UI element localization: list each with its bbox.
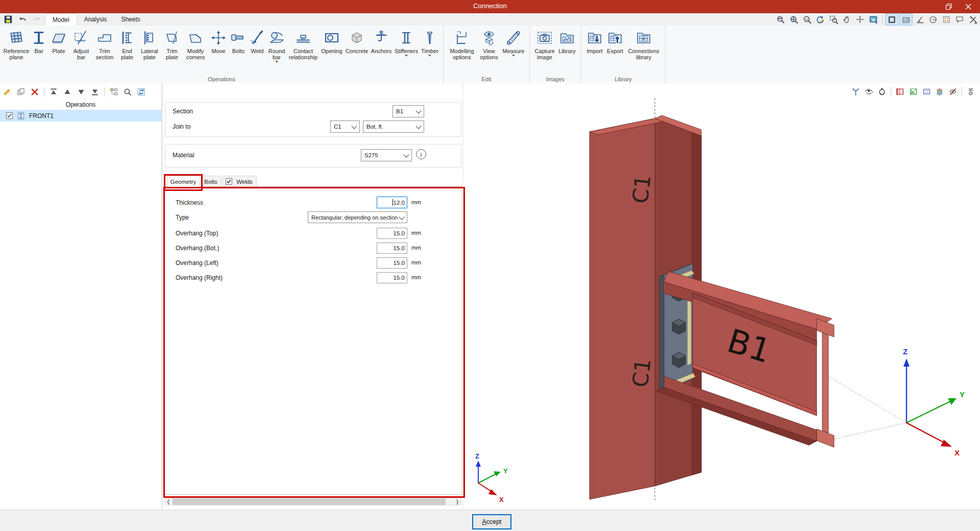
angle-button[interactable] bbox=[914, 14, 926, 25]
tab-analysis[interactable]: Analysis bbox=[77, 13, 114, 26]
snap-button[interactable] bbox=[940, 14, 952, 25]
contact-relationship-button[interactable]: Contact relationship bbox=[287, 27, 320, 73]
modelling-options-button[interactable]: Modelling options bbox=[447, 27, 477, 73]
import-button[interactable]: Import bbox=[584, 27, 605, 73]
type-select[interactable]: Rectangular, depending on section bbox=[308, 211, 407, 223]
clip-z-button[interactable] bbox=[920, 86, 933, 97]
adjust-bar-button[interactable]: Adjust bar bbox=[69, 27, 93, 73]
horizontal-scrollbar[interactable]: ❬ ❭ bbox=[164, 498, 461, 505]
restore-button[interactable] bbox=[941, 2, 957, 11]
move-bottom-icon bbox=[90, 87, 100, 97]
section-select[interactable]: B1 bbox=[393, 105, 424, 117]
orbit-gimbal-button[interactable] bbox=[876, 86, 888, 97]
clip-x-button[interactable] bbox=[894, 86, 906, 97]
close-button[interactable] bbox=[961, 2, 976, 11]
arc-button[interactable] bbox=[927, 14, 939, 25]
tab-bolts[interactable]: Bolts bbox=[201, 176, 221, 187]
comment-button[interactable] bbox=[953, 14, 966, 25]
operation-checkbox[interactable] bbox=[6, 112, 13, 119]
scroll-right-arrow[interactable]: ❭ bbox=[454, 498, 461, 505]
construction-line-2 bbox=[829, 423, 906, 440]
move-top-button[interactable] bbox=[47, 86, 60, 98]
library-button[interactable]: Library bbox=[556, 27, 578, 73]
find-button[interactable] bbox=[121, 86, 134, 98]
tab-sheets[interactable]: Sheets bbox=[114, 13, 147, 26]
ribbon-button-label: Stiffeners bbox=[395, 48, 418, 54]
zoom-previous-button[interactable] bbox=[774, 14, 787, 25]
end-plate-icon bbox=[118, 29, 136, 47]
reference-plane-button[interactable]: Reference plane bbox=[3, 27, 30, 73]
tools-button[interactable] bbox=[967, 14, 979, 25]
view-options-button[interactable]: View options bbox=[477, 27, 501, 73]
bolts-button[interactable]: Bolts bbox=[229, 27, 248, 73]
tab-welds[interactable]: Welds bbox=[222, 176, 257, 187]
undo-button[interactable] bbox=[16, 14, 29, 25]
timber-button[interactable]: Timber bbox=[420, 27, 440, 73]
orbit-button[interactable] bbox=[854, 14, 866, 25]
concrete-button[interactable]: Concrete bbox=[344, 27, 370, 73]
overhang-top-input[interactable]: 15.0 bbox=[377, 228, 407, 239]
scrollbar-thumb[interactable] bbox=[173, 498, 446, 505]
tab-model[interactable]: Model bbox=[45, 13, 77, 26]
save-button[interactable] bbox=[2, 14, 14, 25]
layers-button[interactable] bbox=[934, 86, 946, 97]
axes-triad-button[interactable] bbox=[849, 86, 862, 97]
redo-button[interactable] bbox=[31, 14, 43, 25]
material-select[interactable]: S275 bbox=[361, 149, 412, 161]
redraw-button[interactable] bbox=[814, 14, 826, 25]
plate-button[interactable]: Plate bbox=[48, 27, 69, 73]
anchors-button[interactable]: Anchors bbox=[370, 27, 393, 73]
delete-button[interactable] bbox=[29, 86, 41, 98]
material-info-icon[interactable]: i bbox=[416, 149, 426, 159]
opening-button[interactable]: Opening bbox=[320, 27, 344, 73]
scroll-left-arrow[interactable]: ❬ bbox=[165, 498, 172, 505]
workplane-3d-button[interactable]: 3D bbox=[965, 86, 977, 97]
thickness-input[interactable]: 12.0 bbox=[377, 197, 407, 208]
clip-y-button[interactable] bbox=[907, 86, 919, 97]
viewport-3d[interactable]: C1 C1 bbox=[463, 83, 980, 510]
zoom-extents-button[interactable] bbox=[788, 14, 800, 25]
zoom-scale-button[interactable]: x2 bbox=[801, 14, 813, 25]
overhang-right-input[interactable]: 15.0 bbox=[377, 272, 407, 283]
trim-plate-button[interactable]: Trim plate bbox=[161, 27, 183, 73]
tab-geometry[interactable]: Geometry bbox=[167, 176, 200, 187]
pan-button[interactable] bbox=[841, 14, 853, 25]
hide-button[interactable] bbox=[947, 86, 959, 97]
move-button[interactable]: Move bbox=[208, 27, 229, 73]
join-part-select[interactable]: Bot. fl. bbox=[363, 120, 424, 133]
round-bar-button[interactable]: Round bar bbox=[266, 27, 287, 73]
bar-button[interactable]: Bar bbox=[30, 27, 48, 73]
operation-item-front1[interactable]: FRONT1 bbox=[0, 110, 161, 122]
overhang-left-input[interactable]: 15.0 bbox=[377, 257, 407, 269]
welds-checkbox[interactable] bbox=[226, 178, 232, 185]
join-member-select[interactable]: C1 bbox=[330, 120, 360, 133]
edit-pencil-button[interactable] bbox=[1, 86, 13, 98]
move-up-button[interactable] bbox=[61, 86, 74, 98]
weld-button[interactable]: Weld bbox=[248, 27, 266, 73]
export-button[interactable]: Export bbox=[605, 27, 625, 73]
zoom-window-button[interactable] bbox=[827, 14, 840, 25]
tree-button[interactable] bbox=[108, 86, 120, 98]
orbit-eye-button[interactable] bbox=[863, 86, 875, 97]
fit-view-button[interactable] bbox=[867, 14, 879, 25]
capture-image-button[interactable]: Capture image bbox=[533, 27, 556, 73]
lateral-plate-button[interactable]: Lateral plate bbox=[138, 27, 161, 73]
bolt-2[interactable] bbox=[672, 319, 685, 334]
duplicate-button[interactable] bbox=[15, 86, 27, 98]
end-plate-button[interactable]: End plate bbox=[116, 27, 138, 73]
move-down-button[interactable] bbox=[75, 86, 87, 98]
ribbon-button-label: Library bbox=[558, 48, 576, 54]
overhang-bot-input[interactable]: 15.0 bbox=[377, 243, 407, 254]
move-bottom-button[interactable] bbox=[89, 86, 101, 98]
accept-button[interactable]: Accept bbox=[472, 514, 511, 529]
dimensions-button[interactable]: 1.00 bbox=[899, 13, 913, 26]
modify-corners-button[interactable]: Modify corners bbox=[183, 27, 208, 73]
purge-button[interactable] bbox=[135, 86, 148, 98]
connections-library-button[interactable]: Connections library bbox=[625, 27, 662, 73]
stiffeners-button[interactable]: Stiffeners bbox=[393, 27, 420, 73]
join-to-label: Join to bbox=[173, 123, 190, 130]
measure-button[interactable]: Measure bbox=[501, 27, 526, 73]
bolt-3[interactable] bbox=[672, 352, 685, 368]
trim-section-button[interactable]: Trim section bbox=[93, 27, 116, 73]
solid-view-button[interactable] bbox=[885, 13, 898, 26]
